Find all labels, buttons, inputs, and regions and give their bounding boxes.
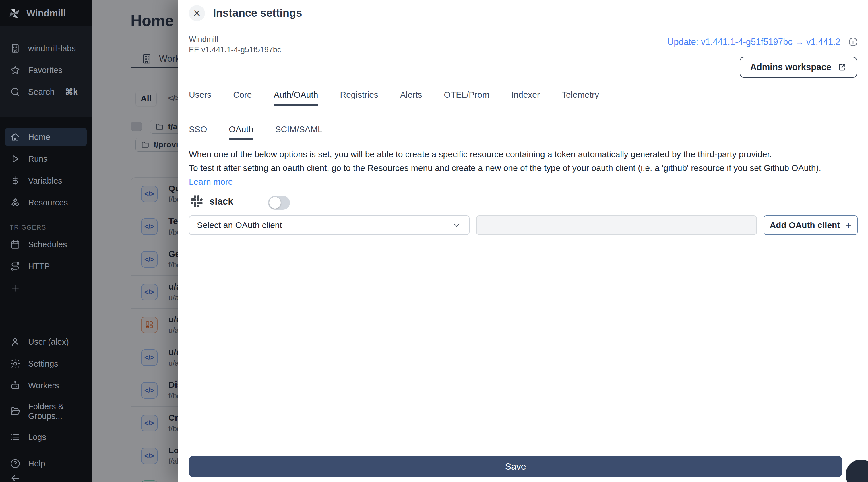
save-button[interactable]: Save [189,456,842,477]
sidebar-item-label: Home [28,133,50,142]
close-icon: ✕ [193,7,201,19]
drawer-header: ✕ Instance settings [178,0,868,26]
settings-tabbar: Users Core Auth/OAuth Registries Alerts … [178,90,868,106]
oauth-client-select[interactable]: Select an OAuth client [189,216,470,235]
sidebar-item-label: Settings [28,359,58,369]
sidebar-item-label: Resources [28,198,68,207]
info-icon[interactable] [848,37,858,47]
search-shortcut: ⌘k [65,87,78,97]
sidebar-main-section: Home Runs Variables Resources TRIGGERS S… [0,117,92,297]
star-icon [10,65,21,76]
sidebar-item-label: Workers [28,381,59,390]
sidebar-item-logs[interactable]: Logs [5,428,87,446]
search-icon [10,86,21,97]
sidebar-item-workspace[interactable]: windmill-labs [5,39,87,57]
add-trigger-button[interactable] [5,279,87,297]
sidebar-item-search[interactable]: Search ⌘k [5,83,87,101]
subtab-oauth[interactable]: OAuth [229,124,253,140]
sidebar-item-label: Variables [28,176,62,186]
chat-bubble-button[interactable] [846,460,868,482]
slack-provider-row: slack [191,195,234,207]
calendar-icon [10,239,21,250]
tab-core[interactable]: Core [233,90,252,106]
boxes-icon [10,197,21,208]
app-root: Windmill windmill-labs Favorites Search … [0,0,868,482]
tab-registries[interactable]: Registries [340,90,378,106]
sidebar-item-label: Logs [28,433,46,442]
sidebar-item-label: Search [28,87,55,97]
learn-more-link[interactable]: Learn more [189,177,233,187]
sidebar-item-http[interactable]: HTTP [5,257,87,276]
sidebar-item-label: Favorites [28,65,62,75]
sidebar-help-section: Help [5,454,87,482]
tab-indexer[interactable]: Indexer [511,90,540,106]
tab-users[interactable]: Users [189,90,211,106]
sidebar-item-user[interactable]: User (alex) [5,333,87,351]
brand: Windmill [0,0,92,26]
drawer-title: Instance settings [213,7,302,19]
sidebar-item-folders-groups[interactable]: Folders & Groups... [5,398,87,425]
sidebar-item-schedules[interactable]: Schedules [5,235,87,254]
external-link-icon [838,63,847,72]
instance-settings-drawer: ✕ Instance settings Windmill EE v1.441.1… [178,0,868,482]
sidebar-item-resources[interactable]: Resources [5,193,87,212]
list-icon [10,432,21,443]
play-icon [10,153,21,164]
slack-label: slack [210,196,234,207]
user-icon [10,336,21,347]
home-icon [10,132,21,142]
sidebar-item-favorites[interactable]: Favorites [5,61,87,79]
sidebar: Windmill windmill-labs Favorites Search … [0,0,92,482]
update-link[interactable]: Update: v1.441.1-4-g51f5197bc → v1.441.2 [668,37,840,47]
chevron-down-icon [452,220,462,230]
sidebar-item-label: Help [28,459,45,469]
sidebar-item-variables[interactable]: Variables [5,171,87,190]
sidebar-item-label: Runs [28,154,48,164]
brand-label: Windmill [26,8,66,19]
gear-icon [10,358,21,369]
sidebar-item-settings[interactable]: Settings [5,355,87,373]
sidebar-item-label: HTTP [28,262,50,271]
add-oauth-client-button[interactable]: Add OAuth client + [764,216,858,235]
tab-alerts[interactable]: Alerts [400,90,422,106]
folder-open-icon [10,406,21,417]
dollar-icon [10,175,21,186]
add-oauth-client-label: Add OAuth client [770,220,840,230]
windmill-logo-icon [8,7,21,20]
close-button[interactable]: ✕ [189,5,205,21]
oauth-client-id-input[interactable] [476,216,757,235]
sidebar-item-runs[interactable]: Runs [5,150,87,168]
admins-workspace-label: Admins workspace [750,62,831,73]
tab-telemetry[interactable]: Telemetry [562,90,599,106]
sidebar-bottom-section: User (alex) Settings Workers Folders & G… [5,333,87,450]
bot-icon [10,380,21,391]
sidebar-item-home[interactable]: Home [5,128,87,146]
auth-subtabbar: SSO OAuth SCIM/SAML [178,124,868,140]
tab-auth-oauth[interactable]: Auth/OAuth [274,90,318,106]
subtab-sso[interactable]: SSO [189,124,207,140]
sidebar-item-workers[interactable]: Workers [5,376,87,395]
instance-version: EE v1.441.1-4-g51f5197bc [189,46,281,54]
route-icon [10,261,21,272]
subtab-scim-saml[interactable]: SCIM/SAML [275,124,322,140]
sidebar-item-label: windmill-labs [28,44,76,53]
toggle-knob [269,197,281,208]
building-icon [10,43,21,54]
slack-toggle[interactable] [268,196,290,210]
collapse-sidebar-button[interactable] [5,473,87,482]
slack-icon [191,195,203,207]
instance-name: Windmill [189,35,218,44]
oauth-description-line1: When one of the below options is set, yo… [189,149,855,159]
oauth-client-select-value: Select an OAuth client [197,220,282,230]
oauth-description-line2: To test it after setting an oauth client… [189,163,855,173]
sidebar-item-label: Schedules [28,240,67,249]
update-row: Update: v1.441.1-4-g51f5197bc → v1.441.2 [668,37,858,47]
sidebar-item-label: User (alex) [28,337,69,347]
triggers-section-label: TRIGGERS [5,215,87,235]
admins-workspace-button[interactable]: Admins workspace [740,57,857,78]
plus-icon: + [845,219,851,231]
sidebar-item-label: Folders & Groups... [28,402,82,421]
tab-otel-prom[interactable]: OTEL/Prom [444,90,489,106]
sidebar-item-help[interactable]: Help [5,454,87,473]
sidebar-workspace-section: windmill-labs Favorites Search ⌘k [0,26,92,117]
